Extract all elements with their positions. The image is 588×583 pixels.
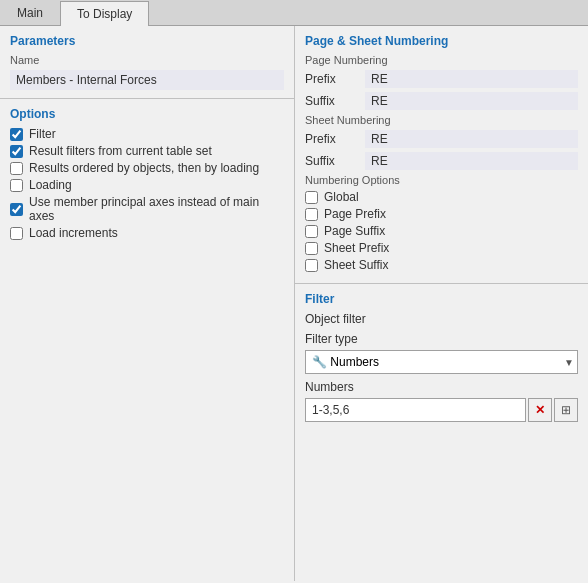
sheet-numbering-suffix-row: Suffix RE [305,152,578,170]
tab-to-display[interactable]: To Display [60,1,149,26]
grid-icon: ⊞ [561,403,571,417]
numbers-label: Numbers [305,380,578,394]
option-filter-label: Filter [29,127,56,141]
num-opt-sheet-suffix-checkbox[interactable] [305,259,318,272]
option-result-filters-checkbox[interactable] [10,145,23,158]
parameters-title: Parameters [10,34,284,48]
num-opt-global-row: Global [305,190,578,204]
edit-numbers-button[interactable]: ⊞ [554,398,578,422]
page-numbering-prefix-row: Prefix RE [305,70,578,88]
main-content: Parameters Name Members - Internal Force… [0,26,588,581]
page-numbering-suffix-label: Suffix [305,94,365,108]
num-opt-page-suffix-row: Page Suffix [305,224,578,238]
num-opt-sheet-suffix-row: Sheet Suffix [305,258,578,272]
numbers-input-row: ✕ ⊞ [305,398,578,422]
option-load-increments-label: Load increments [29,226,118,240]
sheet-numbering-suffix-value: RE [365,152,578,170]
page-numbering-label: Page Numbering [305,54,578,66]
numbering-options-list: Global Page Prefix Page Suffix Sheet Pre… [305,190,578,272]
num-opt-sheet-prefix-row: Sheet Prefix [305,241,578,255]
page-sheet-numbering-section: Page & Sheet Numbering Page Numbering Pr… [295,26,588,284]
option-load-increments-checkbox[interactable] [10,227,23,240]
sheet-numbering-prefix-row: Prefix RE [305,130,578,148]
option-filter-row: Filter [10,127,284,141]
option-filter-checkbox[interactable] [10,128,23,141]
num-opt-page-prefix-checkbox[interactable] [305,208,318,221]
close-icon: ✕ [535,403,545,417]
right-panel: Page & Sheet Numbering Page Numbering Pr… [295,26,588,581]
options-section: Options Filter Result filters from curre… [0,99,294,581]
filter-type-select[interactable]: 🔧 Numbers [305,350,578,374]
num-opt-page-suffix-label: Page Suffix [324,224,385,238]
option-load-increments-row: Load increments [10,226,284,240]
parameters-section: Parameters Name Members - Internal Force… [0,26,294,99]
object-filter-label: Object filter [305,312,578,326]
num-opt-page-suffix-checkbox[interactable] [305,225,318,238]
filter-type-label: Filter type [305,332,578,346]
page-sheet-numbering-title: Page & Sheet Numbering [305,34,578,48]
numbering-options-label: Numbering Options [305,174,578,186]
sheet-numbering-prefix-label: Prefix [305,132,365,146]
option-results-ordered-row: Results ordered by objects, then by load… [10,161,284,175]
num-opt-sheet-prefix-label: Sheet Prefix [324,241,389,255]
num-opt-global-label: Global [324,190,359,204]
name-label: Name [10,54,284,66]
num-opt-sheet-prefix-checkbox[interactable] [305,242,318,255]
num-opt-global-checkbox[interactable] [305,191,318,204]
tab-bar: Main To Display [0,0,588,26]
sheet-numbering-prefix-value: RE [365,130,578,148]
page-numbering-suffix-row: Suffix RE [305,92,578,110]
option-results-ordered-checkbox[interactable] [10,162,23,175]
clear-numbers-button[interactable]: ✕ [528,398,552,422]
filter-title: Filter [305,292,578,306]
option-use-member-label: Use member principal axes instead of mai… [29,195,284,223]
num-opt-sheet-suffix-label: Sheet Suffix [324,258,389,272]
option-result-filters-label: Result filters from current table set [29,144,212,158]
num-opt-page-prefix-label: Page Prefix [324,207,386,221]
options-title: Options [10,107,284,121]
numbers-input[interactable] [305,398,526,422]
filter-section: Filter Object filter Filter type 🔧 Numbe… [295,284,588,581]
page-numbering-prefix-value: RE [365,70,578,88]
option-loading-row: Loading [10,178,284,192]
num-opt-page-prefix-row: Page Prefix [305,207,578,221]
sheet-numbering-suffix-label: Suffix [305,154,365,168]
page-numbering-suffix-value: RE [365,92,578,110]
page-numbering-prefix-label: Prefix [305,72,365,86]
option-use-member-row: Use member principal axes instead of mai… [10,195,284,223]
option-loading-checkbox[interactable] [10,179,23,192]
sheet-numbering-label: Sheet Numbering [305,114,578,126]
options-list: Filter Result filters from current table… [10,127,284,240]
left-panel: Parameters Name Members - Internal Force… [0,26,295,581]
option-results-ordered-label: Results ordered by objects, then by load… [29,161,259,175]
option-loading-label: Loading [29,178,72,192]
name-value: Members - Internal Forces [10,70,284,90]
option-result-filters-row: Result filters from current table set [10,144,284,158]
filter-type-select-wrapper: 🔧 Numbers ▼ [305,350,578,374]
option-use-member-checkbox[interactable] [10,203,23,216]
tab-main[interactable]: Main [0,0,60,25]
